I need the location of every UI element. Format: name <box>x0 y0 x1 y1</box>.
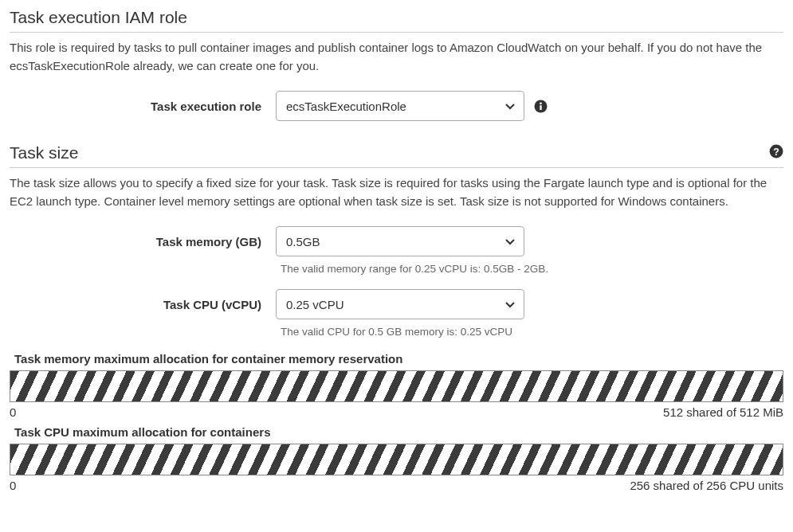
help-icon[interactable]: ? <box>769 143 783 162</box>
task-memory-select[interactable]: 0.5GB <box>276 226 524 256</box>
task-cpu-select[interactable]: 0.25 vCPU <box>276 289 524 319</box>
memory-allocation-left: 0 <box>10 405 16 419</box>
iam-section-title: Task execution IAM role <box>10 8 187 27</box>
memory-allocation-title: Task memory maximum allocation for conta… <box>10 352 783 366</box>
cpu-allocation-bar <box>10 444 783 475</box>
memory-allocation-bar <box>10 370 783 402</box>
task-execution-role-select[interactable]: ecsTaskExecutionRole <box>276 91 524 121</box>
task-memory-value: 0.5GB <box>286 235 320 248</box>
task-size-title: Task size <box>10 143 78 162</box>
task-cpu-label: Task CPU (vCPU) <box>10 298 266 311</box>
task-cpu-value: 0.25 vCPU <box>286 298 344 311</box>
iam-section-description: This role is required by tasks to pull c… <box>10 39 783 75</box>
cpu-allocation-right: 256 shared of 256 CPU units <box>630 479 783 492</box>
svg-point-1 <box>540 102 542 104</box>
task-execution-role-value: ecsTaskExecutionRole <box>286 100 406 113</box>
task-size-header: Task size ? <box>10 143 783 168</box>
task-size-description: The task size allows you to specify a fi… <box>10 174 783 210</box>
svg-rect-2 <box>540 105 541 110</box>
svg-text:?: ? <box>773 147 779 158</box>
cpu-allocation-title: Task CPU maximum allocation for containe… <box>10 425 783 439</box>
iam-section-header: Task execution IAM role <box>10 8 783 33</box>
cpu-allocation-left: 0 <box>10 479 16 492</box>
task-execution-role-label: Task execution role <box>10 100 266 113</box>
memory-allocation-right: 512 shared of 512 MiB <box>663 405 783 419</box>
task-memory-label: Task memory (GB) <box>10 235 266 248</box>
info-icon[interactable] <box>534 100 548 113</box>
task-memory-helper: The valid memory range for 0.25 vCPU is:… <box>281 263 783 275</box>
task-cpu-helper: The valid CPU for 0.5 GB memory is: 0.25… <box>281 326 783 338</box>
